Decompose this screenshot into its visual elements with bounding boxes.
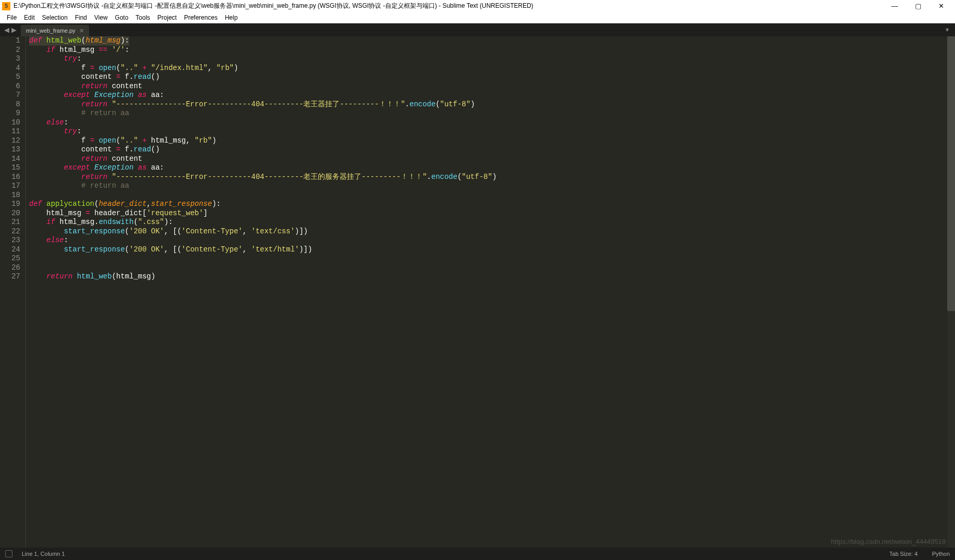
tab-label: mini_web_frame.py xyxy=(26,27,75,34)
menu-file[interactable]: File xyxy=(3,14,20,21)
menu-tools[interactable]: Tools xyxy=(132,14,154,21)
menu-project[interactable]: Project xyxy=(154,14,180,21)
nav-arrows: ◀ ▶ xyxy=(0,26,21,34)
tab-row: ◀ ▶ mini_web_frame.py ✕ ▼ xyxy=(0,23,955,36)
maximize-button[interactable]: ▢ xyxy=(906,0,930,12)
menu-find[interactable]: Find xyxy=(71,14,90,21)
menu-edit[interactable]: Edit xyxy=(20,14,38,21)
nav-back-icon[interactable]: ◀ xyxy=(4,26,9,34)
vertical-scrollbar[interactable] xyxy=(947,36,955,548)
close-icon[interactable]: ✕ xyxy=(79,27,84,34)
editor[interactable]: 1234567891011121314151617181920212223242… xyxy=(0,36,955,548)
minimize-button[interactable]: — xyxy=(883,0,906,12)
menubar: File Edit Selection Find View Goto Tools… xyxy=(0,12,955,23)
nav-forward-icon[interactable]: ▶ xyxy=(11,26,17,34)
status-cursor-pos: Line 1, Column 1 xyxy=(22,551,65,557)
menu-selection[interactable]: Selection xyxy=(38,14,71,21)
line-gutter: 1234567891011121314151617181920212223242… xyxy=(0,36,26,548)
code-area[interactable]: def html_web(html_msg): if html_msg == '… xyxy=(26,36,947,548)
menu-view[interactable]: View xyxy=(91,14,111,21)
close-button[interactable]: ✕ xyxy=(930,0,953,12)
tab-mini-web-frame[interactable]: mini_web_frame.py ✕ xyxy=(21,25,89,36)
tab-overflow-icon[interactable]: ▼ xyxy=(945,27,955,33)
status-tab-size[interactable]: Tab Size: 4 xyxy=(889,551,917,557)
status-syntax[interactable]: Python xyxy=(932,551,950,557)
window-controls: — ▢ ✕ xyxy=(883,0,953,12)
titlebar: S E:\Python工程文件\3WSGI协议 -自定义框架与端口 -配置信息自… xyxy=(0,0,955,12)
window-title: E:\Python工程文件\3WSGI协议 -自定义框架与端口 -配置信息自定义… xyxy=(13,2,883,10)
scrollbar-thumb[interactable] xyxy=(947,36,955,311)
menu-goto[interactable]: Goto xyxy=(111,14,132,21)
status-panel-icon[interactable] xyxy=(5,550,12,557)
menu-help[interactable]: Help xyxy=(221,14,242,21)
menu-preferences[interactable]: Preferences xyxy=(180,14,221,21)
statusbar: Line 1, Column 1 Tab Size: 4 Python xyxy=(0,548,955,560)
app-icon: S xyxy=(2,2,10,10)
tabs: mini_web_frame.py ✕ xyxy=(21,23,89,36)
